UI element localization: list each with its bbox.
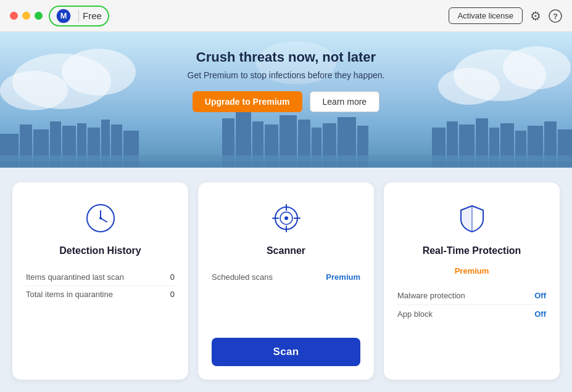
svg-rect-13 bbox=[33, 129, 49, 168]
protection-stats: Malware protection Off App block Off bbox=[397, 287, 546, 323]
svg-rect-34 bbox=[476, 118, 488, 168]
title-bar-actions: Activate license ⚙ ? bbox=[449, 7, 562, 24]
help-icon: ? bbox=[549, 9, 562, 23]
settings-button[interactable]: ⚙ bbox=[530, 9, 541, 23]
logo-area: M Free bbox=[49, 6, 109, 27]
detection-history-icon bbox=[82, 200, 119, 237]
svg-rect-39 bbox=[544, 121, 557, 168]
svg-rect-31 bbox=[432, 128, 446, 168]
maximize-button[interactable] bbox=[35, 12, 43, 20]
scanner-icon bbox=[268, 200, 305, 237]
traffic-lights bbox=[10, 12, 43, 20]
svg-rect-17 bbox=[88, 128, 100, 168]
svg-point-46 bbox=[99, 217, 102, 219]
stat-row-quarantined-last: Items quarantined last scan 0 bbox=[26, 269, 175, 286]
svg-rect-28 bbox=[323, 123, 336, 168]
svg-rect-30 bbox=[357, 126, 368, 168]
svg-rect-33 bbox=[459, 125, 475, 168]
malwarebytes-logo-icon: M bbox=[56, 9, 71, 23]
detection-stats: Items quarantined last scan 0 Total item… bbox=[26, 269, 175, 303]
hero-title: Crush threats now, not later bbox=[196, 49, 376, 65]
minimize-button[interactable] bbox=[22, 12, 30, 20]
protection-title: Real-Time Protection bbox=[423, 245, 521, 256]
svg-point-8 bbox=[503, 46, 571, 89]
scheduled-scans-value: Premium bbox=[326, 272, 360, 282]
svg-point-6 bbox=[0, 71, 68, 110]
svg-rect-38 bbox=[528, 126, 543, 168]
svg-rect-11 bbox=[0, 134, 19, 168]
svg-rect-18 bbox=[101, 120, 110, 168]
svg-rect-35 bbox=[489, 128, 499, 168]
svg-point-53 bbox=[284, 216, 288, 220]
scan-button[interactable]: Scan bbox=[212, 338, 360, 366]
svg-rect-27 bbox=[312, 128, 321, 168]
realtime-protection-card: Real-Time Protection Premium Malware pro… bbox=[384, 182, 560, 380]
svg-text:M: M bbox=[60, 10, 67, 20]
svg-rect-14 bbox=[50, 121, 61, 168]
svg-rect-41 bbox=[0, 155, 572, 168]
scheduled-scans-row: Scheduled scans Premium bbox=[212, 269, 360, 285]
title-bar: M Free Activate license ⚙ ? bbox=[0, 0, 572, 32]
stat-value: 0 bbox=[170, 290, 175, 299]
hero-buttons: Upgrade to Premium Learn more bbox=[193, 91, 379, 112]
svg-rect-42 bbox=[0, 161, 572, 168]
scanner-card: Scanner Scheduled scans Premium Scan bbox=[198, 182, 374, 380]
svg-point-4 bbox=[12, 54, 111, 109]
svg-text:?: ? bbox=[553, 12, 558, 21]
protection-icon bbox=[454, 200, 491, 237]
svg-rect-22 bbox=[236, 112, 251, 168]
svg-rect-29 bbox=[338, 117, 356, 168]
malware-protection-row: Malware protection Off bbox=[397, 287, 546, 305]
svg-rect-16 bbox=[77, 123, 86, 168]
cards-section: Detection History Items quarantined last… bbox=[0, 168, 572, 392]
svg-rect-37 bbox=[515, 131, 526, 168]
malware-status: Off bbox=[534, 291, 546, 300]
svg-point-7 bbox=[454, 49, 546, 101]
app-tier-label: Free bbox=[83, 10, 102, 21]
protection-premium-label: Premium bbox=[455, 266, 489, 276]
svg-rect-26 bbox=[298, 120, 310, 168]
svg-rect-25 bbox=[280, 115, 297, 168]
stat-value: 0 bbox=[170, 272, 175, 282]
detection-history-title: Detection History bbox=[59, 245, 141, 256]
close-button[interactable] bbox=[10, 12, 18, 20]
scheduled-scans-label: Scheduled scans bbox=[212, 272, 273, 282]
svg-point-9 bbox=[438, 68, 500, 105]
svg-rect-19 bbox=[111, 125, 122, 168]
gear-icon: ⚙ bbox=[530, 9, 541, 23]
svg-point-5 bbox=[62, 49, 136, 96]
hero-subtitle: Get Premium to stop infections before th… bbox=[188, 70, 385, 80]
logo-divider bbox=[78, 10, 79, 22]
learn-more-button[interactable]: Learn more bbox=[310, 91, 380, 112]
app-block-row: App block Off bbox=[397, 305, 546, 323]
svg-rect-40 bbox=[558, 129, 572, 168]
svg-rect-12 bbox=[20, 125, 32, 168]
svg-rect-32 bbox=[447, 121, 458, 168]
svg-rect-21 bbox=[222, 118, 234, 168]
stat-label: Items quarantined last scan bbox=[26, 272, 124, 282]
stat-row-total-quarantine: Total items in quarantine 0 bbox=[26, 286, 175, 303]
app-block-status: Off bbox=[534, 309, 546, 319]
help-button[interactable]: ? bbox=[549, 9, 562, 23]
svg-rect-20 bbox=[123, 131, 139, 168]
malware-label: Malware protection bbox=[397, 291, 465, 300]
stat-label: Total items in quarantine bbox=[26, 290, 113, 299]
svg-rect-15 bbox=[62, 126, 76, 168]
activate-license-button[interactable]: Activate license bbox=[449, 7, 523, 24]
svg-rect-24 bbox=[265, 125, 278, 168]
upgrade-to-premium-button[interactable]: Upgrade to Premium bbox=[193, 91, 302, 112]
scanner-title: Scanner bbox=[267, 245, 305, 256]
app-block-label: App block bbox=[397, 309, 433, 319]
hero-banner: Crush threats now, not later Get Premium… bbox=[0, 32, 572, 168]
detection-history-card: Detection History Items quarantined last… bbox=[12, 182, 188, 380]
svg-rect-36 bbox=[500, 123, 514, 168]
svg-rect-23 bbox=[252, 121, 263, 168]
